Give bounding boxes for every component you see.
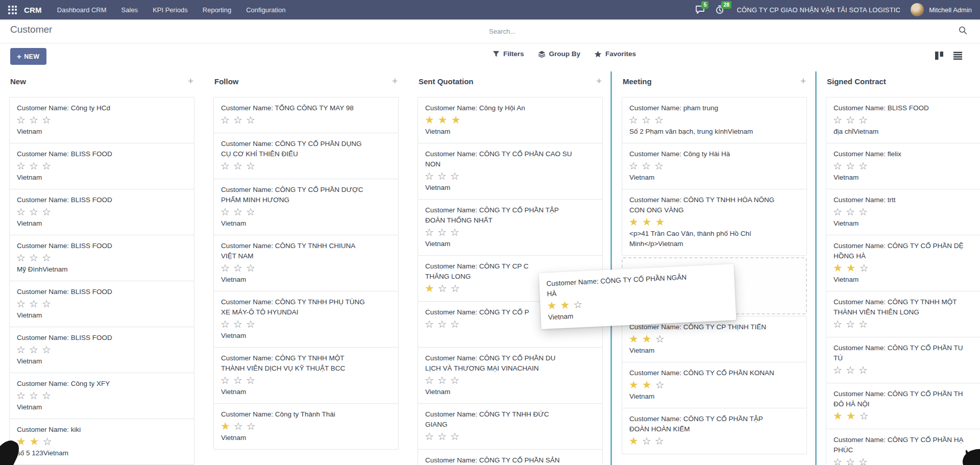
star-icon[interactable]: ☆: [220, 374, 230, 386]
kanban-card[interactable]: Customer Name: CÔNG TY CỔ PHẦN TẬP ĐOÀN …: [418, 199, 603, 256]
star-icon[interactable]: ★: [547, 300, 557, 312]
star-icon[interactable]: ☆: [42, 206, 51, 218]
star-icon[interactable]: ☆: [220, 114, 230, 126]
star-icon[interactable]: ☆: [42, 252, 51, 264]
kanban-card[interactable]: Customer Name: CÔNG TY CỔ PHẦN DỤNG CỤ C…: [213, 133, 399, 179]
group-by-button[interactable]: Group By: [538, 50, 581, 58]
star-icon[interactable]: ☆: [29, 252, 38, 264]
kanban-card[interactable]: Customer Name: CÔNG TY CỔ PHẦN DỆ HỒNG H…: [826, 235, 980, 291]
add-card-icon[interactable]: +: [188, 77, 193, 86]
star-icon[interactable]: ☆: [833, 160, 842, 172]
add-card-icon[interactable]: +: [392, 77, 398, 86]
star-icon[interactable]: ☆: [16, 206, 26, 218]
kanban-card[interactable]: Customer Name: CÔNG TY TNHH MỘT THÀNH VI…: [213, 347, 399, 404]
add-card-icon[interactable]: +: [800, 77, 806, 86]
star-icon[interactable]: ★: [642, 379, 652, 391]
kanban-card[interactable]: Customer Name: pham trung☆☆☆Số 2 Phạm vă…: [622, 97, 807, 143]
star-icon[interactable]: ☆: [233, 114, 242, 126]
star-icon[interactable]: ★: [438, 114, 448, 126]
kanban-card[interactable]: Customer Name: CÔNG TY CỔ PHẦN DU LỊCH V…: [418, 347, 603, 404]
kanban-card[interactable]: Customer Name: CÔNG TY CỔ PHẦN TH ĐÔ HÀ …: [826, 383, 980, 429]
kanban-card[interactable]: Customer Name: CÔNG TY TNHH HÓA NÔNG CON…: [622, 189, 807, 256]
star-icon[interactable]: ☆: [655, 333, 665, 345]
star-icon[interactable]: ☆: [642, 435, 651, 447]
kanban-card[interactable]: Customer Name: BLISS FOOD☆☆☆Vietnam: [9, 189, 194, 235]
star-icon[interactable]: ☆: [450, 374, 459, 386]
star-icon[interactable]: ☆: [43, 435, 52, 448]
star-icon[interactable]: ☆: [16, 389, 26, 402]
star-icon[interactable]: ★: [425, 282, 434, 295]
star-icon[interactable]: ☆: [642, 160, 651, 172]
menu-item-reporting[interactable]: Reporting: [203, 6, 231, 14]
star-icon[interactable]: ★: [560, 299, 570, 311]
star-icon[interactable]: ☆: [234, 420, 243, 432]
star-icon[interactable]: ☆: [629, 114, 638, 126]
company-name[interactable]: CÔNG TY CP GIAO NHẬN VẬN TẢI SOTA LOGIST…: [737, 6, 900, 14]
star-icon[interactable]: ☆: [859, 318, 868, 330]
kanban-card[interactable]: Customer Name: BLISS FOOD☆☆☆địa chỉVietn…: [826, 97, 980, 143]
kanban-card[interactable]: Customer Name: Công ty Hội An★★★Vietnam: [418, 97, 603, 143]
star-icon[interactable]: ☆: [42, 114, 51, 126]
star-icon[interactable]: ☆: [437, 170, 447, 182]
star-icon[interactable]: ★: [642, 216, 652, 228]
star-icon[interactable]: ☆: [246, 114, 255, 126]
star-icon[interactable]: ☆: [450, 226, 459, 238]
star-icon[interactable]: ★: [451, 114, 461, 126]
star-icon[interactable]: ☆: [29, 160, 38, 172]
star-icon[interactable]: ★: [642, 333, 652, 345]
apps-grid-icon[interactable]: [8, 6, 17, 14]
star-icon[interactable]: ☆: [642, 114, 651, 126]
kanban-card[interactable]: Customer Name: CÔNG TY CỔ PHẦN HẠ PHÚC☆☆…: [826, 429, 980, 465]
column-title[interactable]: New: [10, 77, 26, 86]
star-icon[interactable]: ☆: [655, 379, 665, 391]
star-icon[interactable]: ☆: [437, 430, 447, 443]
star-icon[interactable]: ★: [629, 333, 639, 345]
star-icon[interactable]: ☆: [846, 318, 855, 330]
star-icon[interactable]: ☆: [29, 298, 38, 310]
star-icon[interactable]: ☆: [246, 262, 255, 274]
kanban-card[interactable]: Customer Name: CÔNG TY TNHH CHIUNA VIỆT …: [213, 235, 399, 291]
kanban-card[interactable]: Customer Name: CÔNG TY CỔ PHẦN TẬP ĐOÀN …: [622, 408, 807, 454]
star-icon[interactable]: ☆: [29, 344, 38, 356]
kanban-card[interactable]: Customer Name: CÔNG TY CỔ PHẦN TU TÚ☆☆☆: [826, 337, 980, 383]
activities-button[interactable]: 28: [715, 5, 724, 14]
kanban-card[interactable]: Customer Name: Công ty XFY☆☆☆Vietnam: [9, 373, 194, 419]
star-icon[interactable]: ☆: [16, 344, 26, 356]
star-icon[interactable]: ☆: [833, 114, 842, 126]
star-icon[interactable]: ☆: [29, 114, 38, 126]
star-icon[interactable]: ☆: [247, 420, 256, 432]
star-icon[interactable]: ☆: [42, 160, 51, 172]
star-icon[interactable]: ☆: [846, 160, 855, 172]
star-icon[interactable]: ☆: [573, 298, 583, 311]
star-icon[interactable]: ☆: [425, 170, 434, 182]
star-icon[interactable]: ☆: [846, 364, 855, 376]
star-icon[interactable]: ☆: [437, 318, 447, 330]
star-icon[interactable]: ☆: [220, 318, 230, 330]
star-icon[interactable]: ☆: [833, 456, 842, 465]
star-icon[interactable]: ☆: [425, 430, 434, 443]
star-icon[interactable]: ☆: [29, 206, 38, 218]
kanban-card[interactable]: Customer Name: Công ty Hài Hà☆☆☆Vietnam: [622, 143, 807, 189]
star-icon[interactable]: ★: [833, 262, 843, 274]
kanban-card[interactable]: Customer Name: CÔNG TY CỔ PHẦN DƯỢC PHẨM…: [213, 179, 399, 235]
star-icon[interactable]: ☆: [425, 318, 434, 330]
star-icon[interactable]: ★: [629, 379, 639, 391]
column-title[interactable]: Sent Quotation: [419, 77, 474, 86]
favorites-button[interactable]: Favorites: [594, 50, 636, 58]
kanban-card[interactable]: Customer Name: Công ty HCd☆☆☆Vietnam: [9, 97, 194, 143]
menu-item-dashboard-crm[interactable]: Dashboard CRM: [57, 6, 107, 14]
star-icon[interactable]: ☆: [833, 318, 842, 330]
star-icon[interactable]: ★: [220, 420, 230, 432]
list-view-icon[interactable]: [953, 52, 962, 60]
star-icon[interactable]: ☆: [29, 389, 38, 402]
star-icon[interactable]: ☆: [860, 410, 869, 422]
search-icon[interactable]: [959, 26, 967, 37]
kanban-view-icon[interactable]: [935, 52, 943, 60]
column-title[interactable]: Follow: [214, 77, 239, 86]
star-icon[interactable]: ☆: [846, 114, 855, 126]
kanban-card[interactable]: Customer Name: CÔNG TY TNHH MỘT THÀNH VI…: [826, 291, 980, 337]
star-icon[interactable]: ☆: [451, 282, 460, 295]
star-icon[interactable]: ☆: [246, 374, 255, 386]
kanban-card[interactable]: Customer Name: kiki★★☆số 5 123Vietnam: [9, 419, 194, 465]
star-icon[interactable]: ☆: [860, 262, 869, 274]
